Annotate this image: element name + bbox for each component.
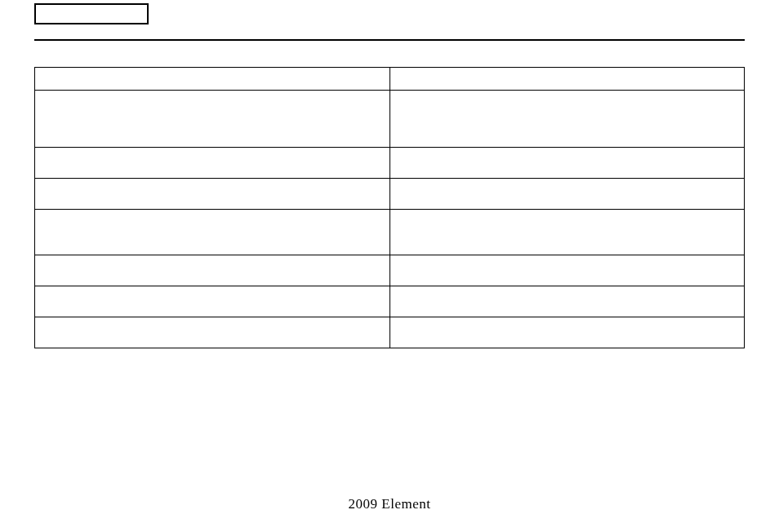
table-cell-left xyxy=(35,210,390,255)
table-cell-left xyxy=(35,179,390,210)
table-row xyxy=(35,255,745,286)
table-cell-left xyxy=(35,317,390,348)
table-cell-left xyxy=(35,255,390,286)
table-cell-left xyxy=(35,91,390,148)
table-header-left xyxy=(35,68,390,91)
table-row xyxy=(35,317,745,348)
page: 2009 Element xyxy=(0,0,779,532)
table-row xyxy=(35,148,745,179)
horizontal-rule xyxy=(34,39,745,41)
footer-text: 2009 Element xyxy=(0,496,779,512)
table-row xyxy=(35,179,745,210)
table-cell-right xyxy=(390,255,745,286)
top-box xyxy=(34,3,149,24)
table-cell-right xyxy=(390,286,745,317)
table-cell-right xyxy=(390,179,745,210)
table-cell-right xyxy=(390,317,745,348)
table-header-right xyxy=(390,68,745,91)
table-cell-left xyxy=(35,286,390,317)
table-cell-right xyxy=(390,91,745,148)
table-cell-right xyxy=(390,148,745,179)
spec-table xyxy=(34,67,745,348)
table-row xyxy=(35,286,745,317)
table-row xyxy=(35,91,745,148)
table-cell-left xyxy=(35,148,390,179)
table-header-row xyxy=(35,68,745,91)
table-row xyxy=(35,210,745,255)
table-cell-right xyxy=(390,210,745,255)
